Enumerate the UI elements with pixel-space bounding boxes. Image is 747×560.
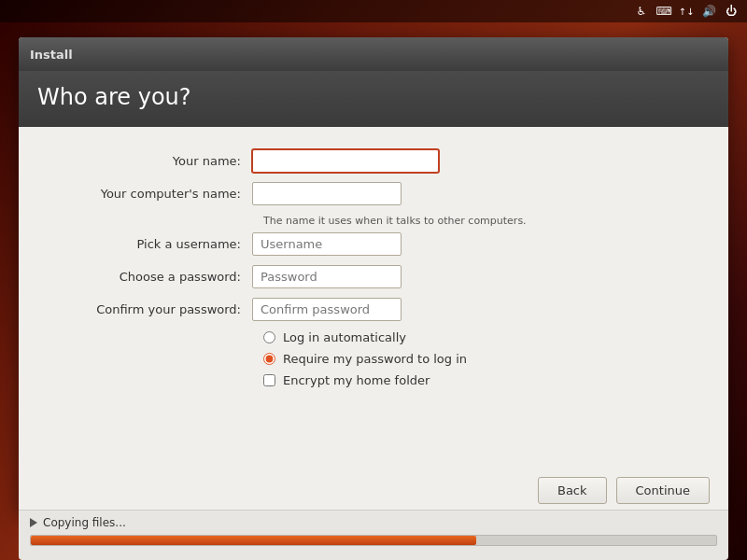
page-header: Who are you? [19, 71, 728, 127]
keyboard-icon[interactable]: ⌨ [655, 3, 672, 20]
window-title: Install [30, 48, 73, 62]
computer-name-input[interactable] [252, 182, 402, 205]
computer-name-label: Your computer's name: [56, 187, 252, 201]
accessibility-icon[interactable]: ♿ [633, 3, 650, 20]
login-require-row: Require my password to log in [263, 352, 691, 366]
install-window: Install Who are you? Your name: Your com… [19, 37, 728, 513]
progress-bar-container [30, 535, 717, 546]
your-name-row: Your name: [56, 149, 691, 173]
encrypt-label: Encrypt my home folder [283, 373, 430, 387]
power-icon[interactable]: ⏻ [723, 3, 740, 20]
volume-icon[interactable]: 🔊 [700, 3, 717, 20]
password-row: Choose a password: [56, 265, 691, 288]
computer-name-row: Your computer's name: [56, 182, 691, 205]
password-input[interactable] [252, 265, 402, 288]
status-text-row: Copying files... [30, 516, 717, 529]
continue-button[interactable]: Continue [616, 477, 710, 504]
your-name-label: Your name: [56, 154, 252, 168]
confirm-password-label: Confirm your password: [56, 302, 252, 316]
status-label: Copying files... [43, 516, 126, 529]
login-require-radio[interactable] [263, 353, 275, 365]
login-require-label: Require my password to log in [283, 352, 467, 366]
confirm-password-input[interactable] [252, 298, 402, 321]
form-area: Your name: Your computer's name: The nam… [19, 127, 728, 468]
username-row: Pick a username: [56, 232, 691, 256]
login-auto-label: Log in automatically [283, 330, 406, 344]
computer-name-hint: The name it uses when it talks to other … [263, 215, 691, 227]
back-button[interactable]: Back [538, 477, 607, 504]
status-bar: Copying files... [19, 510, 728, 560]
encrypt-checkbox[interactable] [263, 374, 275, 386]
play-icon [30, 518, 37, 527]
page-title: Who are you? [37, 84, 710, 110]
username-label: Pick a username: [56, 237, 252, 251]
window-titlebar: Install [19, 37, 728, 71]
username-input[interactable] [252, 232, 402, 256]
login-auto-row: Log in automatically [263, 330, 691, 344]
encrypt-row: Encrypt my home folder [263, 373, 691, 387]
password-label: Choose a password: [56, 270, 252, 284]
network-icon[interactable]: ↑↓ [678, 3, 695, 20]
progress-bar-fill [31, 536, 476, 545]
your-name-input[interactable] [252, 149, 439, 173]
confirm-password-row: Confirm your password: [56, 298, 691, 321]
top-panel: ♿ ⌨ ↑↓ 🔊 ⏻ [0, 0, 747, 22]
buttons-area: Back Continue [19, 468, 728, 513]
login-auto-radio[interactable] [263, 331, 275, 343]
window-body: Who are you? Your name: Your computer's … [19, 71, 728, 513]
